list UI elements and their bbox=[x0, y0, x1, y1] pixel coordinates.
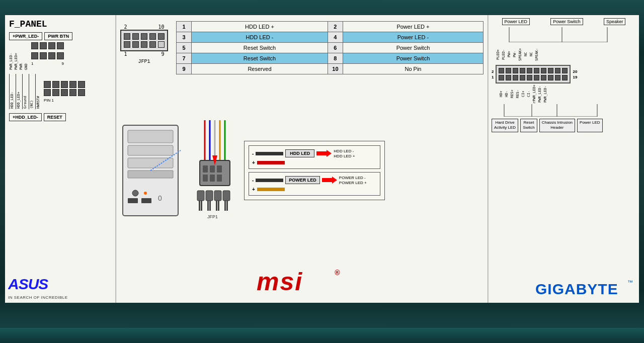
pw-plus-label: PW+ bbox=[507, 44, 512, 64]
jfp-pin bbox=[158, 33, 165, 40]
connector-row-1 bbox=[31, 42, 64, 49]
pin-slot bbox=[40, 52, 47, 59]
hdd-right-labels: HDD LED - HDD LED + bbox=[334, 149, 355, 158]
svg-text:msi: msi bbox=[257, 268, 303, 294]
gb-pin bbox=[499, 75, 504, 80]
gb-pin bbox=[562, 75, 568, 80]
ground-vert: Ground bbox=[22, 74, 28, 109]
svg-rect-29 bbox=[201, 201, 202, 211]
pin-slot bbox=[61, 81, 68, 88]
hd-plus-label: HD+ bbox=[499, 84, 504, 104]
svg-rect-26 bbox=[214, 191, 221, 201]
pin-num: 2 bbox=[328, 22, 343, 32]
pin-slot bbox=[44, 81, 51, 88]
svg-text:JFP1: JFP1 bbox=[207, 214, 218, 219]
hdd-led-minus-row: - HDD LED HDD LED - HDD LED + bbox=[252, 149, 377, 158]
panel-title: F_PANEL bbox=[9, 19, 111, 29]
gb-pin bbox=[506, 68, 511, 73]
pin-num: 1 bbox=[177, 22, 192, 32]
pwr-arrow-svg bbox=[322, 177, 337, 184]
gb-vert-labels-bottom: HD+ HD- RES+ RES- CI+ CI- rPWR_LED+ PWR_… bbox=[499, 84, 636, 104]
pin-num: 6 bbox=[328, 43, 343, 53]
svg-rect-34 bbox=[224, 201, 226, 211]
table-row-highlighted: 3 HDD LED - 4 Power LED - bbox=[177, 32, 484, 43]
pin-slot bbox=[69, 89, 76, 96]
pin-assignment-table: 1 HDD LED + 2 Power LED + 3 HDD LED - 4 … bbox=[176, 21, 484, 74]
pin-num: 10 bbox=[328, 64, 343, 74]
pwr-led-minus3-label: PWR_LED- bbox=[543, 84, 548, 104]
jfp1-row-bottom bbox=[124, 41, 165, 48]
pin-slot bbox=[44, 89, 51, 96]
jfp-pin bbox=[124, 41, 130, 48]
jfp1-label: JFP1 bbox=[138, 59, 150, 64]
gb-pin-row-1 bbox=[499, 75, 568, 80]
svg-rect-8 bbox=[128, 198, 138, 203]
gb-vert-labels-top: PLED+ PLED- PW+ PW- SPEAK+ NC NC SPEAK- bbox=[496, 44, 636, 64]
speak-plus-label: SPEAK+ bbox=[518, 44, 523, 64]
jfp1-row-top bbox=[124, 33, 165, 40]
gnd-label: GND bbox=[24, 42, 28, 70]
pin-num: 9 bbox=[177, 64, 192, 74]
svg-rect-21 bbox=[203, 175, 208, 182]
gb-pin bbox=[548, 75, 553, 80]
msi-panel: 210 bbox=[116, 15, 488, 303]
connector-row-4 bbox=[44, 89, 85, 96]
hdd-led-plus-row: + bbox=[252, 160, 377, 165]
svg-rect-28 bbox=[199, 201, 200, 211]
gb-pin bbox=[555, 68, 560, 73]
svg-rect-2 bbox=[128, 130, 173, 143]
power-switch-header: Power Switch bbox=[550, 18, 583, 25]
pin-function: Reset Switch bbox=[192, 53, 328, 64]
row-num-19: 19 bbox=[573, 75, 577, 79]
ci-plus-label: CI+ bbox=[521, 84, 526, 104]
pwr-right-labels: POWER LED - POWER LED + bbox=[339, 176, 367, 185]
gb-pin bbox=[541, 68, 546, 73]
row-num-1: 1 bbox=[492, 75, 494, 79]
pwr-led-plus-label: PWR_LED+ bbox=[14, 42, 18, 70]
reset-switch-label: ResetSwitch bbox=[520, 119, 537, 132]
gb-pin bbox=[541, 75, 546, 80]
pw-minus-label: PW- bbox=[512, 44, 517, 64]
hwrst-vert: HWRST# bbox=[35, 74, 41, 109]
hdd-minus-symbol: - bbox=[252, 151, 254, 156]
pin-slot bbox=[57, 52, 64, 59]
svg-rect-9 bbox=[141, 198, 151, 203]
pin-slot bbox=[48, 52, 55, 59]
jfp1-connector-area: 210 bbox=[120, 24, 168, 64]
gb-pin bbox=[562, 68, 568, 73]
svg-rect-22 bbox=[210, 175, 215, 182]
pin-function: No Pin bbox=[343, 64, 483, 74]
svg-text:™: ™ bbox=[627, 279, 633, 285]
hdd-arrow-svg bbox=[316, 150, 332, 157]
connector-row-2 bbox=[31, 52, 64, 59]
pin-slot bbox=[52, 81, 59, 88]
svg-point-7 bbox=[144, 192, 147, 195]
power-led-header: Power LED bbox=[502, 18, 530, 25]
chassis-intrusion-label: Chassis IntrusionHeader bbox=[539, 119, 575, 132]
speak-minus-label: SPEAK- bbox=[534, 44, 539, 64]
connection-lines-top bbox=[492, 27, 632, 42]
svg-text:GIGABYTE: GIGABYTE bbox=[535, 281, 618, 297]
svg-rect-27 bbox=[223, 191, 230, 201]
nc2-label: NC bbox=[529, 44, 534, 64]
power-led-bottom-label: Power LED bbox=[577, 119, 602, 132]
jfp-pin bbox=[141, 41, 147, 48]
svg-rect-31 bbox=[209, 201, 211, 211]
jfp1-top-numbers: 210 bbox=[124, 24, 165, 30]
pin-numbers: 19 bbox=[31, 61, 64, 66]
cable-connector-svg: JFP1 bbox=[195, 120, 240, 221]
svg-rect-3 bbox=[128, 145, 173, 155]
msi-logo: msi ® bbox=[257, 275, 347, 298]
pin-function: Power Switch bbox=[343, 53, 483, 64]
pin-function: HDD LED - bbox=[192, 32, 328, 43]
pin-slot bbox=[78, 81, 85, 88]
pwr-label: PWR bbox=[19, 42, 23, 70]
gb-pin bbox=[520, 68, 525, 73]
gb-row-numbers-right: 20 19 bbox=[573, 69, 577, 79]
jfp-pin bbox=[158, 41, 165, 48]
pwr-wire-orange bbox=[257, 188, 285, 191]
pin-slot bbox=[69, 81, 76, 88]
hdd-wire-red bbox=[257, 161, 285, 164]
speaker-header: Speaker bbox=[604, 18, 626, 25]
power-led-box: - POWER LED POWER LED - POWER LED + + bbox=[249, 172, 380, 196]
